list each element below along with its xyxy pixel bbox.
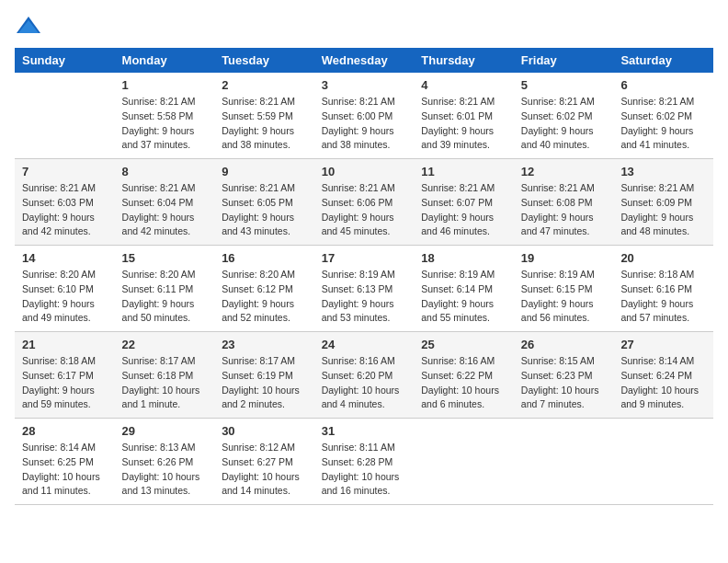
day-info: Sunrise: 8:14 AMSunset: 6:25 PMDaylight:… <box>22 441 108 499</box>
day-number: 3 <box>322 78 407 92</box>
day-number: 6 <box>620 78 706 92</box>
day-cell: 14Sunrise: 8:20 AMSunset: 6:10 PMDayligh… <box>15 246 115 332</box>
day-number: 25 <box>421 338 506 351</box>
day-info: Sunrise: 8:16 AMSunset: 6:20 PMDaylight:… <box>322 354 407 412</box>
day-number: 10 <box>322 165 407 178</box>
day-info: Sunrise: 8:21 AMSunset: 6:01 PMDaylight:… <box>421 95 506 153</box>
day-info: Sunrise: 8:21 AMSunset: 6:08 PMDaylight:… <box>521 181 607 239</box>
day-number: 17 <box>322 251 407 265</box>
day-number: 2 <box>222 78 307 92</box>
day-info: Sunrise: 8:21 AMSunset: 6:05 PMDaylight:… <box>222 181 307 239</box>
day-number: 24 <box>322 338 407 351</box>
day-number: 1 <box>122 78 208 92</box>
day-cell: 16Sunrise: 8:20 AMSunset: 6:12 PMDayligh… <box>214 246 314 332</box>
day-info: Sunrise: 8:12 AMSunset: 6:27 PMDaylight:… <box>222 441 307 499</box>
week-row-3: 14Sunrise: 8:20 AMSunset: 6:10 PMDayligh… <box>15 246 713 332</box>
day-number: 16 <box>222 251 307 265</box>
day-cell: 25Sunrise: 8:16 AMSunset: 6:22 PMDayligh… <box>414 332 514 419</box>
day-number: 13 <box>620 165 706 178</box>
day-info: Sunrise: 8:20 AMSunset: 6:11 PMDaylight:… <box>122 268 208 326</box>
day-info: Sunrise: 8:21 AMSunset: 6:00 PMDaylight:… <box>322 95 407 153</box>
day-info: Sunrise: 8:21 AMSunset: 6:02 PMDaylight:… <box>620 95 706 153</box>
header-cell-saturday: Saturday <box>613 48 713 73</box>
day-number: 15 <box>122 251 208 265</box>
day-cell: 17Sunrise: 8:19 AMSunset: 6:13 PMDayligh… <box>314 246 415 332</box>
day-cell: 6Sunrise: 8:21 AMSunset: 6:02 PMDaylight… <box>613 73 713 159</box>
day-info: Sunrise: 8:21 AMSunset: 6:02 PMDaylight:… <box>521 95 607 153</box>
day-cell: 8Sunrise: 8:21 AMSunset: 6:04 PMDaylight… <box>115 159 215 246</box>
day-number: 18 <box>421 251 506 265</box>
day-info: Sunrise: 8:21 AMSunset: 6:04 PMDaylight:… <box>122 181 208 239</box>
day-number: 20 <box>620 251 706 265</box>
day-cell: 9Sunrise: 8:21 AMSunset: 6:05 PMDaylight… <box>214 159 314 246</box>
day-cell: 5Sunrise: 8:21 AMSunset: 6:02 PMDaylight… <box>514 73 614 159</box>
day-number: 9 <box>222 165 307 178</box>
week-row-5: 28Sunrise: 8:14 AMSunset: 6:25 PMDayligh… <box>15 419 713 505</box>
day-cell: 11Sunrise: 8:21 AMSunset: 6:07 PMDayligh… <box>414 159 514 246</box>
logo <box>15 15 46 37</box>
day-cell: 12Sunrise: 8:21 AMSunset: 6:08 PMDayligh… <box>514 159 614 246</box>
day-cell: 4Sunrise: 8:21 AMSunset: 6:01 PMDaylight… <box>414 73 514 159</box>
day-number: 8 <box>122 165 208 178</box>
day-number: 14 <box>22 251 108 265</box>
day-cell: 18Sunrise: 8:19 AMSunset: 6:14 PMDayligh… <box>414 246 514 332</box>
header-cell-wednesday: Wednesday <box>314 48 415 73</box>
calendar-body: 1Sunrise: 8:21 AMSunset: 5:58 PMDaylight… <box>15 73 713 505</box>
day-number: 29 <box>122 424 208 438</box>
day-cell: 1Sunrise: 8:21 AMSunset: 5:58 PMDaylight… <box>115 73 215 159</box>
day-cell: 30Sunrise: 8:12 AMSunset: 6:27 PMDayligh… <box>214 419 314 505</box>
day-cell: 31Sunrise: 8:11 AMSunset: 6:28 PMDayligh… <box>314 419 415 505</box>
page-header <box>15 15 713 37</box>
day-cell: 19Sunrise: 8:19 AMSunset: 6:15 PMDayligh… <box>514 246 614 332</box>
day-cell <box>414 419 514 505</box>
day-number: 22 <box>122 338 208 351</box>
day-number: 26 <box>521 338 607 351</box>
day-cell: 2Sunrise: 8:21 AMSunset: 5:59 PMDaylight… <box>214 73 314 159</box>
day-number: 11 <box>421 165 506 178</box>
day-info: Sunrise: 8:17 AMSunset: 6:19 PMDaylight:… <box>222 354 307 412</box>
day-info: Sunrise: 8:21 AMSunset: 6:09 PMDaylight:… <box>620 181 706 239</box>
day-number: 5 <box>521 78 607 92</box>
day-info: Sunrise: 8:21 AMSunset: 5:59 PMDaylight:… <box>222 95 307 153</box>
calendar-header: SundayMondayTuesdayWednesdayThursdayFrid… <box>15 48 713 73</box>
week-row-1: 1Sunrise: 8:21 AMSunset: 5:58 PMDaylight… <box>15 73 713 159</box>
day-number: 21 <box>22 338 108 351</box>
header-row: SundayMondayTuesdayWednesdayThursdayFrid… <box>15 48 713 73</box>
day-info: Sunrise: 8:17 AMSunset: 6:18 PMDaylight:… <box>122 354 208 412</box>
day-info: Sunrise: 8:21 AMSunset: 5:58 PMDaylight:… <box>122 95 208 153</box>
day-number: 30 <box>222 424 307 438</box>
day-cell: 10Sunrise: 8:21 AMSunset: 6:06 PMDayligh… <box>314 159 415 246</box>
day-number: 19 <box>521 251 607 265</box>
day-number: 27 <box>620 338 706 351</box>
week-row-2: 7Sunrise: 8:21 AMSunset: 6:03 PMDaylight… <box>15 159 713 246</box>
day-number: 23 <box>222 338 307 351</box>
day-cell: 20Sunrise: 8:18 AMSunset: 6:16 PMDayligh… <box>613 246 713 332</box>
day-number: 7 <box>22 165 108 178</box>
day-cell: 21Sunrise: 8:18 AMSunset: 6:17 PMDayligh… <box>15 332 115 419</box>
day-cell: 3Sunrise: 8:21 AMSunset: 6:00 PMDaylight… <box>314 73 415 159</box>
day-info: Sunrise: 8:21 AMSunset: 6:07 PMDaylight:… <box>421 181 506 239</box>
day-info: Sunrise: 8:20 AMSunset: 6:12 PMDaylight:… <box>222 268 307 326</box>
day-info: Sunrise: 8:21 AMSunset: 6:03 PMDaylight:… <box>22 181 108 239</box>
day-cell: 28Sunrise: 8:14 AMSunset: 6:25 PMDayligh… <box>15 419 115 505</box>
header-cell-monday: Monday <box>115 48 215 73</box>
day-info: Sunrise: 8:13 AMSunset: 6:26 PMDaylight:… <box>122 441 208 499</box>
day-cell <box>514 419 614 505</box>
day-info: Sunrise: 8:20 AMSunset: 6:10 PMDaylight:… <box>22 268 108 326</box>
day-cell: 15Sunrise: 8:20 AMSunset: 6:11 PMDayligh… <box>115 246 215 332</box>
day-number: 12 <box>521 165 607 178</box>
day-cell: 29Sunrise: 8:13 AMSunset: 6:26 PMDayligh… <box>115 419 215 505</box>
day-info: Sunrise: 8:18 AMSunset: 6:17 PMDaylight:… <box>22 354 108 412</box>
day-info: Sunrise: 8:19 AMSunset: 6:13 PMDaylight:… <box>322 268 407 326</box>
calendar-table: SundayMondayTuesdayWednesdayThursdayFrid… <box>15 48 713 505</box>
day-info: Sunrise: 8:21 AMSunset: 6:06 PMDaylight:… <box>322 181 407 239</box>
day-cell: 13Sunrise: 8:21 AMSunset: 6:09 PMDayligh… <box>613 159 713 246</box>
day-cell <box>613 419 713 505</box>
day-number: 31 <box>322 424 407 438</box>
day-info: Sunrise: 8:16 AMSunset: 6:22 PMDaylight:… <box>421 354 506 412</box>
week-row-4: 21Sunrise: 8:18 AMSunset: 6:17 PMDayligh… <box>15 332 713 419</box>
day-info: Sunrise: 8:11 AMSunset: 6:28 PMDaylight:… <box>322 441 407 499</box>
day-info: Sunrise: 8:18 AMSunset: 6:16 PMDaylight:… <box>620 268 706 326</box>
day-number: 28 <box>22 424 108 438</box>
header-cell-sunday: Sunday <box>15 48 115 73</box>
